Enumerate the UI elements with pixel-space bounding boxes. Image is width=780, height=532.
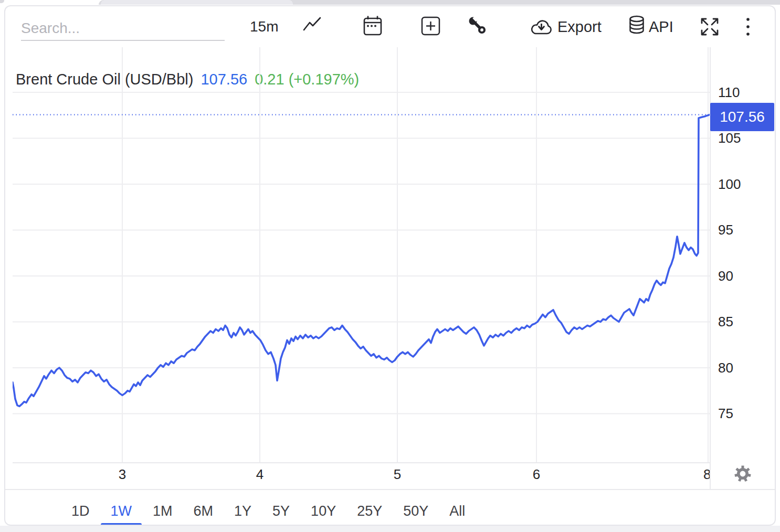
y-axis-label: 80	[718, 361, 733, 375]
timeframe-50y[interactable]: 50Y	[403, 504, 428, 518]
timeframe-5y[interactable]: 5Y	[272, 504, 290, 518]
y-axis-label: 100	[718, 177, 741, 191]
x-axis: 34568	[5, 462, 710, 489]
timeframe-1y[interactable]: 1Y	[234, 504, 251, 518]
export-button[interactable]	[529, 18, 554, 39]
current-price-tag: 107.56	[710, 103, 774, 131]
add-indicator-button[interactable]	[421, 16, 440, 38]
price-line	[13, 115, 710, 407]
x-axis-label: 5	[387, 466, 408, 483]
search-input[interactable]	[21, 17, 225, 41]
timeframe-25y[interactable]: 25Y	[357, 504, 382, 518]
chart-widget-card: 15m	[4, 5, 776, 526]
browser-tab-fragment	[0, 0, 4, 3]
y-axis: 107.56 1101051009590858075	[710, 6, 776, 490]
y-axis-label: 110	[718, 86, 740, 99]
y-axis-label: 95	[718, 223, 733, 237]
timeframe-1w[interactable]: 1W	[111, 504, 132, 518]
settings-button[interactable]	[733, 464, 753, 486]
x-axis-label: 6	[526, 466, 547, 483]
footer-top-border	[5, 489, 775, 490]
database-icon	[628, 15, 646, 37]
chart-plot[interactable]	[13, 47, 710, 462]
line-chart-icon	[302, 15, 323, 36]
browser-tab	[101, 0, 293, 5]
api-label[interactable]: API	[649, 18, 673, 36]
tools-button[interactable]	[467, 15, 487, 37]
wrench-icon	[467, 15, 487, 35]
x-axis-label: 8	[703, 466, 710, 483]
timeframe-all[interactable]: All	[449, 504, 465, 518]
timeframe-bar: 1D1W1M6M1Y5Y10Y25Y50YAll	[5, 496, 710, 526]
y-axis-label: 90	[718, 269, 733, 283]
timeframe-1d[interactable]: 1D	[71, 504, 90, 518]
x-axis-label: 3	[112, 466, 133, 483]
timeframe-1m[interactable]: 1M	[153, 504, 173, 518]
gear-icon	[733, 464, 753, 484]
timeframe-10y[interactable]: 10Y	[311, 504, 336, 518]
calendar-icon	[362, 15, 383, 37]
api-button[interactable]	[628, 15, 646, 39]
y-axis-label: 75	[718, 407, 733, 420]
timeframe-6m[interactable]: 6M	[194, 504, 214, 518]
calendar-button[interactable]	[362, 15, 383, 39]
chart-type-button[interactable]	[302, 15, 323, 38]
page-background-strip	[0, 526, 780, 532]
plus-square-icon	[421, 16, 440, 36]
interval-selector[interactable]: 15m	[250, 18, 278, 35]
x-axis-label: 4	[249, 466, 270, 483]
cloud-download-icon	[529, 18, 554, 37]
y-axis-label: 105	[718, 131, 741, 145]
export-label[interactable]: Export	[557, 18, 602, 36]
y-axis-label: 85	[718, 315, 733, 328]
